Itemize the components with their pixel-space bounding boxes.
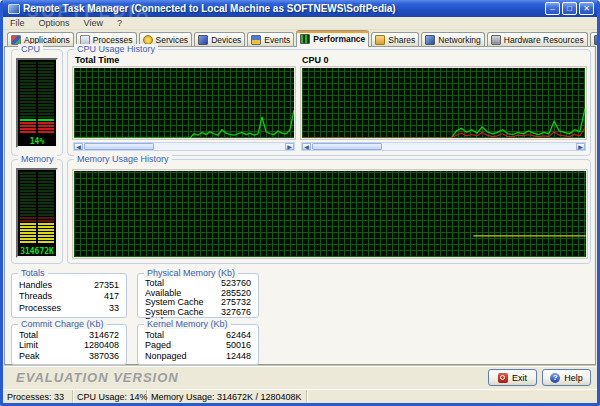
menu-file[interactable]: File — [3, 18, 32, 28]
scroll-track[interactable] — [154, 143, 285, 150]
stat-row: Limit1280408 — [19, 341, 119, 351]
tab-performance[interactable]: Performance — [296, 30, 369, 47]
stat-row: Nonpaged12448 — [145, 352, 251, 362]
shares-icon — [375, 35, 385, 45]
stat-value: 62464 — [226, 331, 251, 341]
status-panel-2: Memory Usage: 314672K / 1280408K — [147, 390, 307, 403]
total-time-scrollbar[interactable]: ◀ ▶ — [73, 142, 295, 151]
events-icon — [251, 35, 261, 45]
exit-button-label: Exit — [512, 373, 527, 383]
status-panel-1: CPU Usage: 14% — [73, 390, 147, 403]
tab-shares[interactable]: Shares — [371, 32, 419, 46]
cpu-usage-history-group: CPU Usage History Total Time ◀ ▶ CPU 0 ◀… — [67, 49, 591, 156]
physical-memory-group-label: Physical Memory (Kb) — [144, 268, 238, 278]
hardware-resources-icon — [491, 35, 501, 45]
stat-row: Handles27351 — [19, 281, 119, 291]
processes-icon — [80, 35, 90, 45]
menu-help[interactable]: ? — [110, 18, 129, 28]
tab-label: Services — [156, 35, 189, 45]
title-bar[interactable]: Remote Task Manager (Connected to Local … — [3, 0, 597, 17]
footer-bar: EVALUATION VERSION Exit ? Help — [4, 365, 596, 389]
cpu-gauge: 14% — [16, 58, 58, 148]
stat-value: 314672 — [89, 331, 119, 341]
commit-charge-group-label: Commit Charge (Kb) — [18, 319, 107, 329]
help-button[interactable]: ? Help — [542, 369, 591, 386]
physical-memory-group: Physical Memory (Kb) Total523760Availabl… — [137, 273, 259, 318]
total-time-label: Total Time — [75, 55, 119, 65]
status-panel-0: Processes: 33 — [3, 390, 73, 403]
memory-gauge-label: Memory — [18, 154, 57, 164]
memory-gauge-group: Memory 314672K — [11, 159, 63, 264]
maximize-button[interactable]: □ — [562, 2, 577, 15]
window-title: Remote Task Manager (Connected to Local … — [23, 3, 545, 14]
menu-options[interactable]: Options — [32, 18, 77, 28]
window-controls: –□✕ — [545, 2, 594, 15]
exit-button[interactable]: Exit — [488, 369, 537, 386]
memory-usage-history-group: Memory Usage History — [67, 159, 591, 264]
stat-label: Threads — [19, 292, 52, 302]
scroll-thumb[interactable] — [312, 143, 382, 150]
scroll-right-arrow[interactable]: ▶ — [576, 143, 585, 150]
tab-netstat[interactable]: NetStat — [590, 32, 600, 46]
tab-label: Performance — [313, 34, 365, 44]
kernel-memory-group: Kernel Memory (Kb) Total62464Paged50016N… — [137, 324, 259, 365]
kernel-memory-group-label: Kernel Memory (Kb) — [144, 319, 231, 329]
stat-row: Paged50016 — [145, 341, 251, 351]
tab-label: Networking — [438, 35, 481, 45]
tab-hardware-resources[interactable]: Hardware Resources — [487, 32, 588, 46]
cpu0-label: CPU 0 — [302, 55, 329, 65]
commit-charge-group: Commit Charge (Kb) Total314672Limit12804… — [11, 324, 127, 365]
total-time-graph — [73, 67, 295, 139]
remote-task-manager-window: SOFTPEDIA Remote Task Manager (Connected… — [0, 0, 600, 406]
stat-label: Limit — [19, 341, 38, 351]
totals-group-label: Totals — [18, 268, 48, 278]
tab-label: Devices — [211, 35, 241, 45]
scroll-left-arrow[interactable]: ◀ — [302, 143, 311, 150]
scroll-track[interactable] — [382, 143, 576, 150]
minimize-button[interactable]: – — [545, 2, 560, 15]
scroll-right-arrow[interactable]: ▶ — [285, 143, 294, 150]
cpu-percent-value: 14% — [18, 137, 56, 146]
stat-value: 50016 — [226, 341, 251, 351]
tab-label: Hardware Resources — [504, 35, 584, 45]
cpu0-scrollbar[interactable]: ◀ ▶ — [301, 142, 586, 151]
stat-row: Total314672 — [19, 331, 119, 341]
stat-value: 12448 — [226, 352, 251, 362]
help-button-label: Help — [564, 373, 583, 383]
memory-led-bars — [18, 172, 56, 244]
close-button[interactable]: ✕ — [579, 2, 594, 15]
cpu0-graph — [301, 67, 586, 139]
stat-label: Paged — [145, 341, 171, 351]
cpu-usage-history-label: CPU Usage History — [74, 44, 158, 54]
stat-value: 27351 — [94, 281, 119, 291]
totals-group: Totals Handles27351Threads417Processes33 — [11, 273, 127, 318]
stat-value: 33 — [109, 304, 119, 314]
memory-usage-history-label: Memory Usage History — [74, 154, 172, 164]
tab-events[interactable]: Events — [247, 32, 294, 46]
tab-label: Applications — [24, 35, 70, 45]
scroll-thumb[interactable] — [84, 143, 154, 150]
stat-label: Peak — [19, 352, 40, 362]
cpu-gauge-group: CPU 14% — [11, 49, 63, 156]
stat-label: Handles — [19, 281, 52, 291]
scroll-left-arrow[interactable]: ◀ — [74, 143, 83, 150]
cpu-led-bars — [18, 62, 56, 134]
stat-value: 387036 — [89, 352, 119, 362]
netstat-icon — [594, 35, 600, 45]
applications-icon — [11, 35, 21, 45]
exit-icon — [498, 373, 508, 383]
performance-tab-page: CPU 14% Memory 314672K CPU Usage History… — [4, 46, 596, 365]
status-bar: Processes: 33CPU Usage: 14%Memory Usage:… — [3, 389, 597, 403]
tab-networking[interactable]: Networking — [421, 32, 485, 46]
stat-value: 417 — [104, 292, 119, 302]
tab-devices[interactable]: Devices — [194, 32, 245, 46]
cpu-total-usage-line — [74, 110, 294, 138]
cpu-gauge-label: CPU — [18, 44, 43, 54]
stat-row: Total62464 — [145, 331, 251, 341]
menu-view[interactable]: View — [77, 18, 110, 28]
devices-icon — [198, 35, 208, 45]
help-icon: ? — [550, 373, 560, 383]
tab-label: Shares — [388, 35, 415, 45]
stat-label: Total — [145, 331, 164, 341]
menu-bar: FileOptionsView? — [3, 17, 597, 30]
